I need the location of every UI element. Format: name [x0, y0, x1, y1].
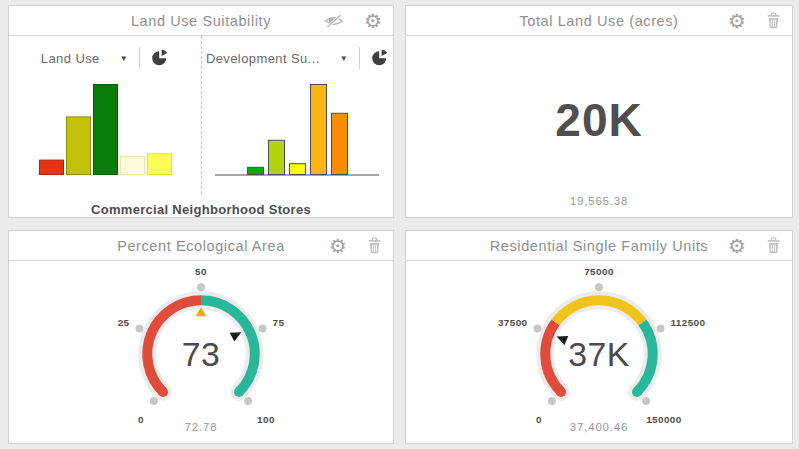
gauge-tick-dot	[135, 324, 143, 332]
panel-percent-ecological-area: Percent Ecological Area ⚙	[8, 230, 394, 444]
indicator-value: 20K	[555, 93, 642, 147]
divider	[359, 47, 360, 69]
chart-half-right: Development Su... ▼	[201, 36, 394, 194]
gauge-tick-dot	[197, 283, 205, 291]
bar	[66, 117, 90, 175]
panel-total-land-use: Total Land Use (acres) ⚙	[405, 5, 793, 218]
dropdown-label: Development Su...	[206, 51, 320, 66]
gauge-tick-dot	[150, 397, 158, 405]
delete-button[interactable]	[766, 237, 781, 254]
pie-chart-icon	[371, 49, 389, 67]
visibility-off-icon	[324, 14, 344, 28]
panel-header: Total Land Use (acres) ⚙	[406, 6, 792, 36]
gauge-sub-value: 37,400.46	[406, 421, 792, 433]
chart-category-label: Commercial Neighborhood Stores	[9, 202, 393, 217]
gauge-end-cap	[556, 387, 566, 397]
gauge-tick-label: 112500	[670, 317, 705, 328]
bar	[120, 157, 144, 175]
bar	[269, 140, 285, 174]
gear-icon: ⚙	[728, 236, 746, 256]
gauge-tick-label: 75	[272, 317, 284, 328]
development-suitability-dropdown[interactable]: Development Su... ▼	[206, 51, 348, 66]
gauge-value: 73	[182, 335, 221, 373]
chart-type-button[interactable]	[371, 49, 389, 67]
gear-icon: ⚙	[728, 11, 746, 31]
chart-half-left: Land Use ▼	[9, 36, 201, 194]
gauge-tick-dot	[657, 324, 665, 332]
percent-ecological-gauge: 025507510073	[9, 261, 393, 431]
gauge-tick-label: 25	[118, 317, 130, 328]
gauge-sub-value: 72.78	[9, 421, 393, 433]
bar	[39, 160, 63, 174]
gear-icon: ⚙	[364, 11, 382, 31]
development-suitability-bar-chart	[207, 71, 387, 187]
land-use-bar-chart	[15, 71, 195, 187]
gauge-end-cap	[158, 387, 168, 397]
settings-button[interactable]: ⚙	[728, 236, 746, 256]
indicator-sub-value: 19,565.38	[406, 195, 792, 207]
bar	[147, 154, 171, 175]
dashboard: Land Use Suitability ⚙	[0, 0, 799, 449]
gauge-tick-dot	[642, 397, 650, 405]
chart-type-button[interactable]	[151, 49, 169, 67]
gauge-tick-dot	[244, 397, 252, 405]
residential-units-gauge: 0375007500011250015000037K	[406, 261, 792, 431]
gauge-tick-label: 37500	[498, 317, 528, 328]
trash-icon	[766, 12, 781, 29]
pie-chart-icon	[151, 49, 169, 67]
chevron-down-icon: ▼	[120, 54, 128, 63]
gauge-tick-dot	[548, 397, 556, 405]
gauge-end-cap	[234, 387, 244, 397]
delete-button[interactable]	[766, 12, 781, 29]
bar	[290, 164, 306, 175]
chart-split: Land Use ▼ Development S	[9, 36, 393, 194]
panel-header: Percent Ecological Area ⚙	[9, 231, 393, 261]
gauge-value: 37K	[568, 335, 630, 373]
gauge-tick-dot	[595, 283, 603, 291]
visibility-off-button[interactable]	[324, 14, 344, 28]
gauge-tick-label: 50	[195, 266, 207, 277]
gear-icon: ⚙	[329, 236, 347, 256]
panel-residential-single-family-units: Residential Single Family Units ⚙	[405, 230, 793, 444]
gauge-tick-label: 75000	[584, 266, 614, 277]
gauge-tick-dot	[533, 324, 541, 332]
chevron-down-icon: ▼	[340, 54, 348, 63]
bar	[332, 113, 348, 174]
dropdown-label: Land Use	[41, 51, 100, 66]
land-use-dropdown[interactable]: Land Use ▼	[41, 51, 128, 66]
settings-button[interactable]: ⚙	[728, 11, 746, 31]
gauge-tick-dot	[259, 324, 267, 332]
panel-land-use-suitability: Land Use Suitability ⚙	[8, 5, 394, 218]
settings-button[interactable]: ⚙	[329, 236, 347, 256]
bar	[93, 85, 117, 175]
gauge-end-cap	[632, 387, 642, 397]
settings-button[interactable]: ⚙	[364, 11, 382, 31]
panel-header: Land Use Suitability ⚙	[9, 6, 393, 36]
delete-button[interactable]	[367, 237, 382, 254]
bar	[311, 85, 327, 175]
bar	[248, 167, 264, 174]
trash-icon	[766, 237, 781, 254]
divider	[139, 47, 140, 69]
panel-header: Residential Single Family Units ⚙	[406, 231, 792, 261]
trash-icon	[367, 237, 382, 254]
indicator-body: 20K	[406, 36, 792, 220]
